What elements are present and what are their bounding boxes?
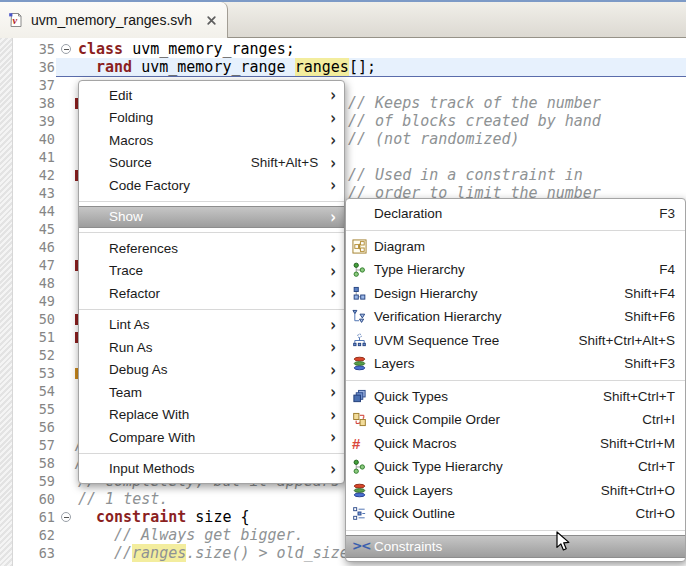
menu-item-source[interactable]: SourceShift+Alt+S› [79,152,344,175]
menu-item-team[interactable]: Team› [79,381,344,404]
code-line: class uvm_memory_ranges; [78,40,295,58]
line-number: 43 [13,184,55,202]
menu-item-trace[interactable]: Trace› [79,260,344,283]
submenu-item-design-hierarchy[interactable]: Design HierarchyShift+F4 [346,282,685,306]
tab-close-button[interactable] [204,13,219,28]
menu-item-label: Declaration [374,206,442,221]
line-number: 62 [13,526,55,544]
line-number: 38 [13,94,55,112]
menu-item-show[interactable]: Show› [79,206,344,229]
line-number: 61 [13,508,55,526]
code-line: rand uvm_memory_range ranges[]; [96,58,376,76]
menu-item-label: Refactor [109,286,160,301]
menu-item-label: Lint As [109,317,150,332]
menu-item-folding[interactable]: Folding› [79,107,344,130]
code-line: // 1 test. [78,490,168,508]
menu-item-label: Input Methods [109,461,195,476]
fold-marker[interactable] [61,44,71,54]
menu-separator [346,226,685,235]
submenu-item-quick-outline[interactable]: Quick OutlineCtrl+O [346,502,685,526]
menu-item-label: Type Hierarchy [374,262,465,277]
menu-item-shortcut: F3 [659,206,675,221]
submenu-arrow-icon: › [330,261,336,281]
submenu-item-verification-hierarchy[interactable]: Verification HierarchyShift+F6 [346,305,685,329]
menu-item-shortcut: Ctrl+I [642,412,675,427]
line-number: 49 [13,292,55,310]
menu-item-references[interactable]: References› [79,237,344,260]
design-hierarchy-icon [352,286,374,301]
menu-item-macros[interactable]: Macros› [79,129,344,152]
code-line: // (not randomized) [348,130,520,148]
menu-item-label: Quick Macros [374,436,457,451]
mouse-cursor [556,531,572,553]
menu-item-edit[interactable]: Edit› [79,84,344,107]
annotation-gutter [0,38,13,566]
fold-marker[interactable] [61,512,71,522]
tab-bar: v uvm_memory_ranges.svh [0,2,686,38]
code-line: constraint size { [96,508,250,526]
menu-item-input-methods[interactable]: Input Methods› [79,458,344,481]
line-number: 42 [13,166,55,184]
line-number: 45 [13,220,55,238]
line-number: 53 [13,364,55,382]
menu-item-label: Constraints [374,539,442,554]
menu-item-replace-with[interactable]: Replace With› [79,404,344,427]
submenu-arrow-icon: › [330,108,336,128]
line-number: 63 [13,544,55,562]
menu-item-label: Team [109,385,142,400]
menu-item-shortcut: Ctrl+T [638,459,675,474]
menu-item-shortcut: Shift+F4 [624,286,675,301]
menu-item-shortcut: Shift+Ctrl+Alt+S [579,333,675,348]
menu-separator [346,376,685,385]
quick-macros-icon: # [352,436,374,451]
submenu-item-constraints[interactable]: ><Constraints [346,535,685,559]
submenu-arrow-icon: › [330,315,336,335]
submenu-item-quick-compile-order[interactable]: Quick Compile OrderCtrl+I [346,408,685,432]
submenu-arrow-icon: › [330,130,336,150]
submenu-arrow-icon: › [330,207,336,227]
menu-item-run-as[interactable]: Run As› [79,336,344,359]
submenu-item-type-hierarchy[interactable]: Type HierarchyF4 [346,258,685,282]
menu-item-code-factory[interactable]: Code Factory› [79,174,344,197]
submenu-item-quick-macros[interactable]: #Quick MacrosShift+Ctrl+M [346,432,685,456]
verification-hierarchy-icon [352,309,374,324]
diagram-icon [352,239,374,254]
line-number: 58 [13,454,55,472]
line-number: 37 [13,76,55,94]
editor-tab[interactable]: v uvm_memory_ranges.svh [0,2,228,38]
submenu-item-diagram[interactable]: Diagram [346,235,685,259]
close-icon [206,15,217,26]
menu-item-label: Replace With [109,407,189,422]
submenu-item-uvm-sequence-tree[interactable]: UVM Sequence TreeShift+Ctrl+Alt+S [346,329,685,353]
line-number: 41 [13,148,55,166]
menu-item-refactor[interactable]: Refactor› [79,282,344,305]
menu-item-shortcut: Shift+F3 [624,356,675,371]
menu-item-label: Quick Compile Order [374,412,500,427]
submenu-item-quick-type-hierarchy[interactable]: Quick Type HierarchyCtrl+T [346,455,685,479]
submenu-item-quick-types[interactable]: Quick TypesShift+Ctrl+T [346,385,685,409]
menu-item-label: Layers [374,356,415,371]
menu-separator [79,197,344,206]
menu-item-compare-with[interactable]: Compare With› [79,426,344,449]
menu-item-lint-as[interactable]: Lint As› [79,314,344,337]
uvm-sequence-tree-icon [352,333,374,348]
menu-item-debug-as[interactable]: Debug As› [79,359,344,382]
line-number: 64 [13,562,55,566]
submenu-item-quick-layers[interactable]: Quick LayersShift+Ctrl+O [346,479,685,503]
submenu-arrow-icon: › [330,283,336,303]
menu-item-label: Diagram [374,239,425,254]
menu-item-shortcut: Shift+F6 [624,309,675,324]
line-number: 50 [13,310,55,328]
submenu-arrow-icon: › [330,337,336,357]
menu-item-shortcut: Ctrl+O [636,506,675,521]
line-number: 35 [13,40,55,58]
menu-item-label: Quick Type Hierarchy [374,459,503,474]
tab-title: uvm_memory_ranges.svh [31,12,192,28]
line-number: 56 [13,418,55,436]
submenu-item-declaration[interactable]: DeclarationF3 [346,202,685,226]
submenu-arrow-icon: › [330,360,336,380]
line-number: 36 [13,58,55,76]
submenu-item-layers[interactable]: LayersShift+F3 [346,352,685,376]
menu-separator [79,449,344,458]
submenu-arrow-icon: › [330,153,336,173]
